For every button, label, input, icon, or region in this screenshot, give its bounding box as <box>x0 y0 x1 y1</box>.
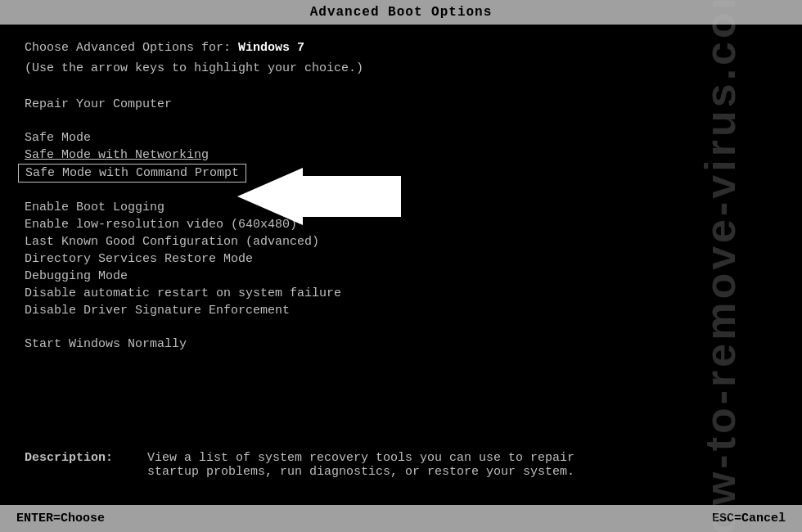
menu-item-last-known-good[interactable]: Last Known Good Configuration (advanced) <box>25 233 777 250</box>
menu-item-repair[interactable]: Repair Your Computer <box>25 96 777 113</box>
esc-label: ESC=Cancel <box>712 512 786 525</box>
menu-item-driver-signature[interactable]: Disable Driver Signature Enforcement <box>25 302 777 319</box>
menu-group-options: Enable Boot Logging Enable low-resolutio… <box>25 199 777 319</box>
menu-item-disable-restart[interactable]: Disable automatic restart on system fail… <box>25 285 777 302</box>
intro-line1: Choose Advanced Options for: Windows 7 <box>25 41 777 55</box>
menu-item-low-res[interactable]: Enable low-resolution video (640x480) <box>25 216 777 233</box>
menu-item-directory-services[interactable]: Directory Services Restore Mode <box>25 250 777 268</box>
menu-group-start-normal: Start Windows Normally <box>25 336 777 353</box>
menu-item-safe-mode[interactable]: Safe Mode <box>25 129 777 147</box>
title-text: Advanced Boot Options <box>310 5 493 20</box>
title-bar: Advanced Boot Options <box>0 0 802 25</box>
menu-item-safe-mode-cmd[interactable]: Safe Mode with Command Prompt <box>18 164 246 183</box>
menu-group-repair: Repair Your Computer <box>25 96 777 113</box>
menu-item-start-normally[interactable]: Start Windows Normally <box>25 336 777 353</box>
bottom-bar: ENTER=Choose ESC=Cancel <box>0 505 802 532</box>
menu-item-debugging[interactable]: Debugging Mode <box>25 268 777 285</box>
menu-item-boot-logging[interactable]: Enable Boot Logging <box>25 199 777 216</box>
description-line1: View a list of system recovery tools you… <box>147 451 777 465</box>
menu-item-safe-mode-networking[interactable]: Safe Mode with Networking <box>25 147 777 164</box>
enter-label: ENTER=Choose <box>16 512 105 525</box>
description-content: View a list of system recovery tools you… <box>147 451 777 479</box>
intro-line2: (Use the arrow keys to highlight your ch… <box>25 61 777 75</box>
description-row: Description: View a list of system recov… <box>25 451 777 479</box>
description-line2: startup problems, run diagnostics, or re… <box>147 465 777 479</box>
description-section: Description: View a list of system recov… <box>0 439 802 491</box>
main-content: Choose Advanced Options for: Windows 7 (… <box>0 25 802 369</box>
description-label: Description: <box>25 451 147 479</box>
menu-group-safemode: Safe Mode Safe Mode with Networking Safe… <box>25 129 777 183</box>
